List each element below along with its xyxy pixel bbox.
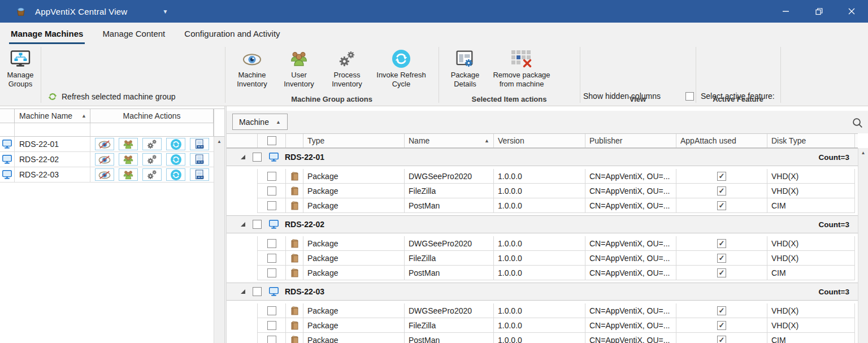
- group-label-machine-group-actions: Machine Group actions: [225, 95, 439, 103]
- user-inventory-action-button[interactable]: [119, 168, 138, 181]
- package-row[interactable]: Package PostMan 1.0.0.0 CN=AppVentiX, OU…: [227, 198, 858, 213]
- package-row[interactable]: Package PostMan 1.0.0.0 CN=AppVentiX, OU…: [227, 333, 858, 343]
- tab-configuration-activity[interactable]: Configuration and Activity: [175, 23, 289, 44]
- collapse-group-icon[interactable]: [241, 155, 245, 159]
- event-log-action-button[interactable]: [190, 138, 209, 150]
- invoke-refresh-cycle-button[interactable]: Invoke Refresh Cycle: [372, 48, 431, 89]
- group-row[interactable]: RDS-22-03 Count=3: [227, 283, 858, 301]
- process-inventory-action-button[interactable]: [142, 138, 162, 150]
- scroll-up-button[interactable]: ▲: [214, 137, 224, 146]
- appattach-checkbox[interactable]: [717, 268, 726, 277]
- machine-name-column-header[interactable]: Machine Name ▲: [15, 109, 90, 123]
- package-row[interactable]: Package FileZilla 1.0.0.0 CN=AppVentiX, …: [227, 318, 858, 333]
- package-grid-scrollbar[interactable]: ▲: [858, 148, 868, 343]
- group-checkbox[interactable]: [253, 153, 262, 162]
- manage-groups-button[interactable]: Manage Groups: [1, 48, 40, 89]
- machine-inventory-button[interactable]: Machine Inventory: [229, 48, 275, 89]
- package-row[interactable]: Package FileZilla 1.0.0.0 CN=AppVentiX, …: [227, 184, 858, 198]
- machine-grid-filter-row[interactable]: [0, 123, 214, 137]
- machine-row[interactable]: RDS-22-01: [0, 137, 214, 152]
- group-checkbox[interactable]: [253, 287, 262, 296]
- machine-row[interactable]: RDS-22-02: [0, 152, 214, 167]
- row-checkbox[interactable]: [267, 239, 276, 248]
- invoke-refresh-action-button[interactable]: [166, 138, 185, 150]
- user-inventory-action-button[interactable]: [119, 138, 138, 150]
- machine-inventory-action-button[interactable]: [95, 168, 114, 181]
- select-all-checkbox[interactable]: [267, 136, 276, 145]
- title-bar: AppVentiX Central View ▼: [0, 0, 868, 23]
- row-checkbox[interactable]: [267, 254, 276, 263]
- process-inventory-action-button[interactable]: [142, 168, 162, 181]
- package-icon: [286, 333, 303, 343]
- refresh-machine-group-button[interactable]: Refresh selected machine group: [47, 92, 176, 102]
- user-inventory-button[interactable]: User Inventory: [277, 48, 321, 89]
- process-inventory-action-button[interactable]: [142, 153, 162, 166]
- collapse-group-icon[interactable]: [241, 222, 245, 227]
- group-row[interactable]: RDS-22-02 Count=3: [227, 215, 858, 233]
- package-row[interactable]: Package PostMan 1.0.0.0 CN=AppVentiX, OU…: [227, 266, 858, 280]
- invoke-refresh-action-button[interactable]: [166, 168, 185, 181]
- row-checkbox[interactable]: [267, 172, 276, 181]
- machine-icon-column-header[interactable]: [0, 109, 15, 123]
- package-icon: [286, 266, 303, 280]
- machine-actions-column-header[interactable]: Machine Actions: [90, 109, 214, 123]
- machine-list-scrollbar[interactable]: ▲: [214, 137, 224, 343]
- appattach-checkbox[interactable]: [717, 321, 726, 330]
- scroll-up-button[interactable]: ▲: [858, 148, 868, 158]
- tab-manage-machines[interactable]: Manage Machines: [1, 23, 93, 44]
- group-count: Count=3: [819, 153, 849, 162]
- appattach-checkbox[interactable]: [717, 336, 726, 343]
- package-row[interactable]: Package DWGSeePro2020 1.0.0.0 CN=AppVent…: [227, 169, 858, 184]
- package-row[interactable]: Package DWGSeePro2020 1.0.0.0 CN=AppVent…: [227, 236, 858, 251]
- select-all-column-header[interactable]: [258, 134, 286, 147]
- appattach-checkbox[interactable]: [717, 172, 726, 181]
- event-log-action-button[interactable]: [190, 153, 209, 166]
- process-inventory-button[interactable]: Process Inventory: [323, 48, 371, 89]
- invoke-refresh-action-button[interactable]: [166, 153, 185, 166]
- machine-row[interactable]: RDS-22-03: [0, 167, 214, 183]
- event-log-action-button[interactable]: [190, 168, 209, 181]
- ribbon: Manage Groups Refresh selected machine g…: [0, 44, 868, 106]
- close-button[interactable]: [835, 0, 868, 23]
- appattach-column-header[interactable]: AppAttach used: [676, 134, 767, 147]
- collapse-group-icon[interactable]: [241, 289, 245, 294]
- machine-inventory-action-button[interactable]: [95, 138, 114, 150]
- group-checkbox[interactable]: [253, 220, 262, 229]
- ribbon-separator: [780, 47, 781, 103]
- search-button[interactable]: [850, 116, 864, 129]
- appattach-checkbox[interactable]: [717, 239, 726, 248]
- publisher-column-header[interactable]: Publisher: [585, 134, 676, 147]
- package-row[interactable]: Package FileZilla 1.0.0.0 CN=AppVentiX, …: [227, 251, 858, 266]
- row-checkbox[interactable]: [267, 268, 276, 277]
- restore-button[interactable]: [802, 0, 835, 23]
- package-details-button[interactable]: Package Details: [444, 48, 486, 89]
- user-inventory-action-button[interactable]: [119, 153, 138, 166]
- appattach-checkbox[interactable]: [717, 254, 726, 263]
- row-checkbox[interactable]: [267, 201, 276, 210]
- remove-package-button[interactable]: Remove package from machine: [487, 48, 556, 89]
- sort-ascending-icon: ▲: [81, 113, 86, 119]
- title-dropdown-icon[interactable]: ▼: [162, 8, 168, 15]
- disktype-column-header[interactable]: Disk Type: [767, 134, 855, 147]
- version-column-header[interactable]: Version: [494, 134, 585, 147]
- icon-column-header[interactable]: [286, 134, 303, 147]
- group-by-machine-chip[interactable]: Machine ▲: [232, 114, 288, 130]
- row-checkbox[interactable]: [267, 186, 276, 196]
- group-row[interactable]: RDS-22-01 Count=3: [227, 148, 858, 166]
- appattach-checkbox[interactable]: [717, 186, 726, 196]
- sort-ascending-icon: ▲: [276, 119, 281, 125]
- row-checkbox[interactable]: [267, 336, 276, 343]
- row-checkbox[interactable]: [267, 321, 276, 330]
- log-file-icon: [195, 139, 204, 149]
- search-icon: [852, 118, 863, 128]
- row-checkbox[interactable]: [267, 306, 276, 315]
- package-row[interactable]: Package DWGSeePro2020 1.0.0.0 CN=AppVent…: [227, 303, 858, 318]
- tab-manage-content[interactable]: Manage Content: [93, 23, 175, 44]
- minimize-button[interactable]: [770, 0, 802, 23]
- machine-inventory-action-button[interactable]: [95, 153, 114, 166]
- name-column-header[interactable]: Name ▲: [405, 134, 494, 147]
- remove-package-icon: [511, 48, 532, 70]
- appattach-checkbox[interactable]: [717, 201, 726, 210]
- appattach-checkbox[interactable]: [717, 306, 726, 315]
- type-column-header[interactable]: Type: [303, 134, 405, 147]
